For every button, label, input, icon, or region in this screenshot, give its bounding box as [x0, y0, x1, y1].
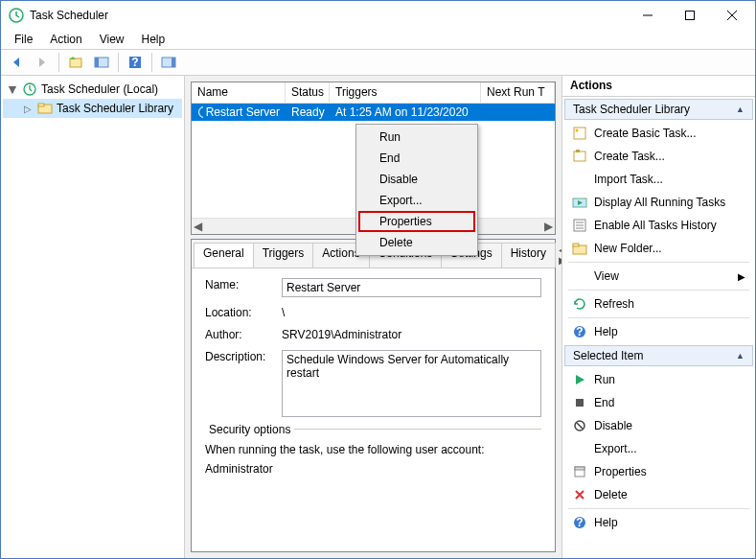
action-refresh[interactable]: Refresh	[562, 292, 755, 315]
tab-history[interactable]: History	[501, 243, 556, 268]
name-field[interactable]	[282, 278, 541, 297]
task-icon	[572, 149, 587, 164]
action-display-running[interactable]: Display All Running Tasks	[562, 191, 755, 214]
show-hide-console-button[interactable]	[90, 51, 113, 74]
svg-text:?: ?	[131, 56, 138, 69]
action-help-2[interactable]: ?Help	[562, 511, 755, 534]
clock-icon	[22, 82, 37, 97]
ctx-disable[interactable]: Disable	[358, 169, 475, 190]
back-button[interactable]	[5, 51, 28, 74]
svg-rect-13	[574, 128, 585, 139]
actions-group-library[interactable]: Task Scheduler Library ▲	[564, 99, 753, 120]
tab-triggers[interactable]: Triggers	[253, 243, 314, 268]
toolbar-separator	[58, 53, 59, 72]
action-import-task[interactable]: Import Task...	[562, 168, 755, 191]
security-options: Security options When running the task, …	[205, 429, 541, 476]
action-disable[interactable]: Disable	[562, 414, 755, 437]
action-delete[interactable]: Delete	[562, 483, 755, 506]
task-row-triggers: At 1:25 AM on 11/23/2020	[330, 105, 481, 119]
action-end[interactable]: End	[562, 391, 755, 414]
ctx-export[interactable]: Export...	[358, 190, 475, 211]
import-icon	[572, 172, 587, 187]
task-row[interactable]: Restart Server Ready At 1:25 AM on 11/23…	[192, 104, 555, 121]
titlebar: Task Scheduler	[1, 1, 755, 30]
ctx-properties[interactable]: Properties	[358, 211, 475, 232]
app-icon	[9, 8, 24, 23]
help-button[interactable]: ?	[124, 51, 147, 74]
export-icon	[572, 441, 587, 456]
ctx-run[interactable]: Run	[358, 127, 475, 148]
properties-icon	[572, 464, 587, 479]
action-view[interactable]: View▶	[562, 265, 755, 288]
tree-library-label: Task Scheduler Library	[57, 102, 173, 115]
name-label: Name:	[205, 278, 282, 291]
tree-expand-icon[interactable]: ▷	[22, 104, 34, 114]
col-status[interactable]: Status	[286, 82, 330, 103]
description-field[interactable]: Schedule Windows Server for Automaticall…	[282, 350, 541, 417]
toolbar-separator	[151, 53, 152, 72]
end-icon	[572, 395, 587, 410]
window-title: Task Scheduler	[30, 9, 627, 22]
close-button[interactable]	[711, 2, 753, 29]
context-menu: Run End Disable Export... Properties Del…	[355, 124, 478, 256]
action-enable-history[interactable]: Enable All Tasks History	[562, 214, 755, 237]
menubar: File Action View Help	[1, 30, 755, 49]
svg-rect-16	[576, 150, 580, 152]
col-triggers[interactable]: Triggers	[330, 82, 481, 103]
location-label: Location:	[205, 306, 282, 319]
show-hide-action-pane-button[interactable]	[157, 51, 180, 74]
minimize-button[interactable]	[627, 2, 669, 29]
author-value: SRV2019\Administrator	[282, 328, 541, 341]
security-account: Administrator	[205, 462, 541, 476]
task-list-header: Name Status Triggers Next Run T	[192, 82, 555, 104]
maximize-button[interactable]	[669, 2, 711, 29]
location-value: \	[282, 306, 541, 319]
wizard-icon	[572, 126, 587, 141]
svg-rect-23	[576, 399, 584, 407]
menu-help[interactable]: Help	[134, 31, 173, 48]
col-name[interactable]: Name	[192, 82, 286, 103]
actions-group-selected[interactable]: Selected Item ▲	[564, 345, 753, 366]
description-label: Description:	[205, 350, 282, 363]
action-export[interactable]: Export...	[562, 437, 755, 460]
ctx-delete[interactable]: Delete	[358, 232, 475, 253]
folder-icon	[572, 241, 587, 256]
svg-rect-15	[574, 151, 585, 161]
tree-collapse-icon[interactable]: ⯆	[7, 84, 18, 95]
svg-rect-20	[573, 244, 579, 246]
ctx-end[interactable]: End	[358, 148, 475, 169]
action-new-folder[interactable]: New Folder...	[562, 237, 755, 260]
submenu-arrow-icon: ▶	[738, 271, 745, 282]
forward-button[interactable]	[31, 51, 54, 74]
actions-header: Actions	[562, 76, 755, 97]
tree-root[interactable]: ⯆ Task Scheduler (Local)	[3, 80, 182, 99]
action-properties[interactable]: Properties	[562, 460, 755, 483]
disable-icon	[572, 418, 587, 433]
svg-text:?: ?	[576, 516, 583, 529]
view-icon	[572, 268, 587, 284]
folder-icon	[37, 101, 53, 116]
separator	[568, 290, 749, 291]
separator	[568, 262, 749, 263]
tree-library[interactable]: ▷ Task Scheduler Library	[3, 99, 182, 118]
help-icon: ?	[572, 324, 587, 339]
toolbar-separator	[118, 53, 119, 72]
run-icon	[572, 372, 587, 387]
col-next-run[interactable]: Next Run T	[481, 82, 555, 103]
svg-rect-1	[686, 12, 695, 20]
svg-rect-11	[38, 104, 44, 106]
action-create-basic-task[interactable]: Create Basic Task...	[562, 122, 755, 145]
action-run[interactable]: Run	[562, 368, 755, 391]
up-button[interactable]	[64, 51, 87, 74]
svg-text:?: ?	[576, 325, 583, 338]
menu-action[interactable]: Action	[42, 31, 89, 48]
menu-file[interactable]: File	[7, 31, 40, 48]
tab-general[interactable]: General	[194, 243, 254, 268]
svg-rect-8	[172, 58, 175, 67]
tree-panel: ⯆ Task Scheduler (Local) ▷ Task Schedule…	[1, 76, 185, 558]
action-create-task[interactable]: Create Task...	[562, 145, 755, 168]
action-help[interactable]: ?Help	[562, 320, 755, 343]
detail-panel: General Triggers Actions Conditions Sett…	[191, 239, 556, 552]
menu-view[interactable]: View	[92, 31, 132, 48]
running-icon	[572, 195, 587, 210]
